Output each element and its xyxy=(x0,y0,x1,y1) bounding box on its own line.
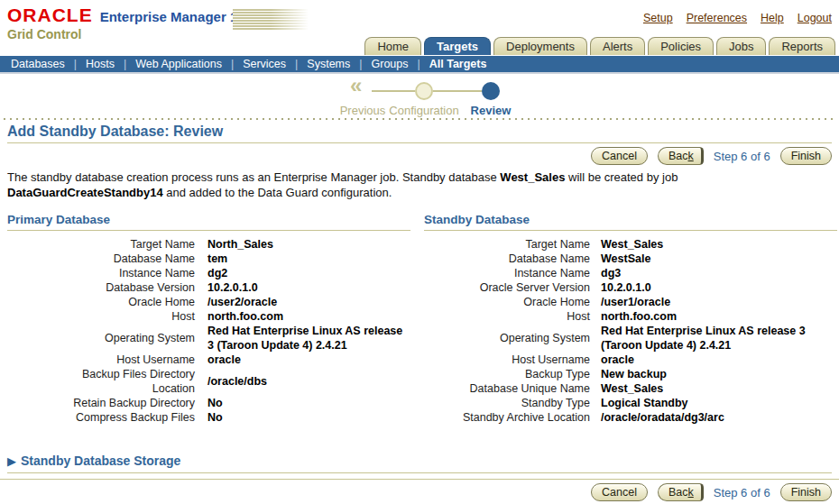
targets-subnav: Databases Hosts Web Applications Service… xyxy=(0,56,839,74)
field-value: north.foo.com xyxy=(601,309,837,324)
tab-targets[interactable]: Targets xyxy=(424,37,491,55)
train-connector xyxy=(433,90,482,92)
field-label: Instance Name xyxy=(424,266,601,280)
tab-reports[interactable]: Reports xyxy=(769,37,835,55)
back-button-label: Bac xyxy=(668,150,688,162)
standby-database-title: Standby Database xyxy=(424,213,837,231)
product-title: Enterprise Manager 10g xyxy=(100,9,254,24)
nav-groups[interactable]: Groups xyxy=(350,58,408,70)
field-row: Backup Files Directory Location /oracle/… xyxy=(7,367,410,396)
field-row: Standby Type Logical Standby xyxy=(424,396,837,410)
field-label: Standby Archive Location xyxy=(424,410,601,425)
field-row: Operating System Red Hat Enterprise Linu… xyxy=(424,324,837,353)
field-label: Host Username xyxy=(7,353,207,367)
nav-databases[interactable]: Databases xyxy=(11,58,65,70)
field-value: dg2 xyxy=(207,266,410,280)
field-row: Oracle Home /user2/oracle xyxy=(7,295,410,309)
field-label: Oracle Home xyxy=(7,295,207,309)
field-value: tem xyxy=(207,252,410,266)
field-row: Host Username oracle xyxy=(424,353,837,367)
field-label: Backup Type xyxy=(424,367,601,381)
back-button-accesskey: k xyxy=(688,150,694,162)
setup-link[interactable]: Setup xyxy=(643,12,673,24)
field-value: oracle xyxy=(601,353,837,367)
help-link[interactable]: Help xyxy=(761,12,784,24)
back-button[interactable]: Back xyxy=(658,147,704,165)
grid-control-subtitle: Grid Control xyxy=(7,27,254,41)
nav-all-targets[interactable]: All Targets xyxy=(409,58,487,70)
main-tabs: Home Targets Deployments Alerts Policies… xyxy=(364,37,835,55)
tab-home[interactable]: Home xyxy=(364,37,421,55)
primary-database-title: Primary Database xyxy=(7,213,410,231)
step-configuration-node[interactable] xyxy=(415,82,433,100)
field-label: Compress Backup Files xyxy=(7,410,207,425)
back-button-label: Bac xyxy=(668,486,688,499)
page-title: Add Standby Database: Review xyxy=(7,124,223,140)
field-label: Database Version xyxy=(7,280,207,295)
field-value: north.foo.com xyxy=(207,309,410,324)
field-value: Red Hat Enterprise Linux AS release 3 (T… xyxy=(601,324,837,353)
field-row: Compress Backup Files No xyxy=(7,410,410,425)
step-indicator: Step 6 of 6 xyxy=(714,150,770,163)
field-row: Database Unique Name West_Sales xyxy=(424,381,837,396)
finish-button[interactable]: Finish xyxy=(780,147,832,165)
divider xyxy=(7,142,832,143)
global-links: Setup Preferences Help Logout xyxy=(643,12,832,24)
tab-deployments[interactable]: Deployments xyxy=(493,37,587,55)
field-row: Target Name North_Sales xyxy=(7,237,410,252)
back-button[interactable]: Back xyxy=(658,483,704,501)
field-row: Backup Type New backup xyxy=(424,367,837,381)
field-label: Instance Name xyxy=(7,266,207,280)
field-row: Host north.foo.com xyxy=(7,309,410,324)
field-value: oracle xyxy=(207,353,410,367)
storage-section-title[interactable]: Standby Database Storage xyxy=(21,454,180,468)
nav-services[interactable]: Services xyxy=(222,58,286,70)
field-row: Host Username oracle xyxy=(7,353,410,367)
cancel-button[interactable]: Cancel xyxy=(591,483,648,501)
expand-triangle-icon[interactable]: ▶ xyxy=(7,455,16,467)
finish-button[interactable]: Finish xyxy=(780,483,832,501)
field-label: Database Name xyxy=(7,252,207,266)
previous-step-arrow-icon[interactable]: « xyxy=(350,75,362,96)
field-value: Red Hat Enterprise Linux AS release 3 (T… xyxy=(207,324,410,353)
action-buttons-top: Cancel Back Step 6 of 6 Finish xyxy=(591,147,832,165)
field-label: Host xyxy=(7,309,207,324)
tab-policies[interactable]: Policies xyxy=(648,37,714,55)
standby-database-storage-disclosure[interactable]: ▶ Standby Database Storage xyxy=(7,454,832,473)
field-value: North_Sales xyxy=(207,237,410,252)
field-row: Target Name West_Sales xyxy=(424,237,837,252)
field-value: 10.2.0.1.0 xyxy=(601,280,837,295)
field-label: Standby Type xyxy=(424,396,601,410)
nav-hosts[interactable]: Hosts xyxy=(65,58,115,70)
field-label: Operating System xyxy=(7,331,207,345)
nav-systems[interactable]: Systems xyxy=(286,58,350,70)
field-label: Target Name xyxy=(424,237,601,252)
tab-jobs[interactable]: Jobs xyxy=(716,37,766,55)
cancel-button[interactable]: Cancel xyxy=(591,147,648,165)
field-label: Oracle Server Version xyxy=(424,280,601,295)
field-value: No xyxy=(207,396,410,410)
tab-alerts[interactable]: Alerts xyxy=(590,37,645,55)
action-buttons-bottom: Cancel Back Step 6 of 6 Finish xyxy=(591,483,832,501)
preferences-link[interactable]: Preferences xyxy=(687,12,747,24)
logout-link[interactable]: Logout xyxy=(798,12,832,24)
field-row: Oracle Home /user1/oracle xyxy=(424,295,837,309)
back-button-accesskey: k xyxy=(688,486,694,499)
app-logo: ORACLE Enterprise Manager 10g Grid Contr… xyxy=(7,5,254,41)
field-value: No xyxy=(207,410,410,425)
field-row: Instance Name dg2 xyxy=(7,266,410,280)
nav-web-applications[interactable]: Web Applications xyxy=(115,58,222,70)
field-value: New backup xyxy=(601,367,837,381)
field-label: Retain Backup Directory xyxy=(7,396,207,410)
standby-db-name: West_Sales xyxy=(500,170,565,184)
train-connector xyxy=(372,90,415,92)
configuration-step-label[interactable]: Configuration xyxy=(377,104,471,117)
field-label: Backup Files Directory Location xyxy=(7,367,207,396)
field-label: Target Name xyxy=(7,237,207,252)
field-row: Database Version 10.2.0.1.0 xyxy=(7,280,410,295)
field-row: Database Name tem xyxy=(7,252,410,266)
field-value: /oracle/oradata/dg3/arc xyxy=(601,410,837,425)
field-value: WestSale xyxy=(601,252,837,266)
field-row: Instance Name dg3 xyxy=(424,266,837,280)
field-row: Host north.foo.com xyxy=(424,309,837,324)
